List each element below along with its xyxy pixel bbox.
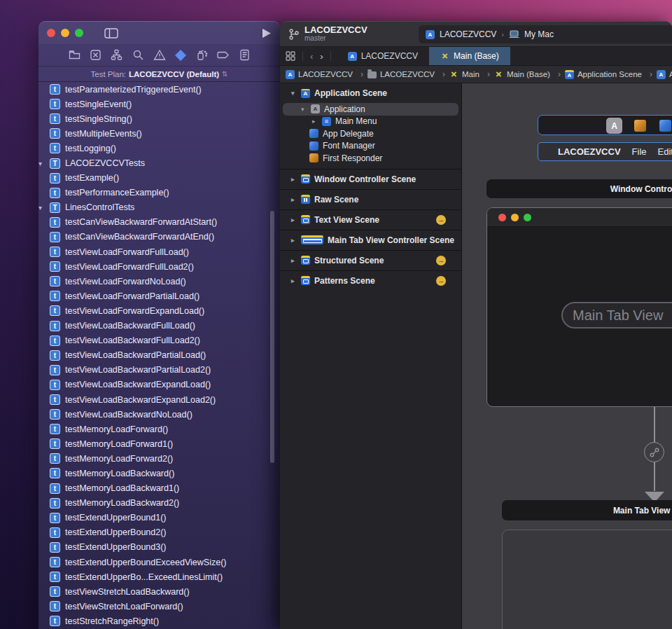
- outline-row[interactable]: ▸ Patterns Scene →: [280, 270, 461, 291]
- scheme-selector[interactable]: LACOEZVCCV › My Mac: [419, 25, 672, 43]
- segue-icon[interactable]: [644, 442, 664, 462]
- disclosure-chevron-icon[interactable]: ▸: [312, 118, 322, 125]
- find-navigator-icon[interactable]: [132, 49, 144, 62]
- minimize-button[interactable]: [511, 214, 519, 221]
- test-row[interactable]: t testMemoryLoadForward(): [38, 422, 280, 436]
- test-row[interactable]: t testExtendUpperBoundExceedViewSize(): [38, 555, 280, 569]
- disclosure-chevron-icon[interactable]: ▸: [291, 277, 301, 284]
- test-row[interactable]: t testExtendUpperBound3(): [38, 540, 280, 555]
- debug-navigator-icon[interactable]: [195, 49, 208, 62]
- test-navigator-icon[interactable]: [174, 49, 187, 62]
- test-row[interactable]: t testViewLoadBackwardPartialLoad(): [38, 348, 280, 363]
- test-row[interactable]: t testSingleEvent(): [38, 97, 280, 111]
- main-menu-bar[interactable]: LACOEZVCCVFileEdit: [538, 142, 672, 161]
- test-row[interactable]: t testViewLoadForwardNoLoad(): [38, 274, 280, 289]
- project-navigator-icon[interactable]: [68, 49, 80, 62]
- view-controller-view[interactable]: Row: [502, 530, 672, 629]
- disclosure-chevron-icon[interactable]: ▸: [291, 257, 301, 264]
- tab-overview-icon[interactable]: [286, 51, 295, 61]
- test-row[interactable]: t testExample(): [38, 171, 280, 186]
- disclosure-chevron-icon[interactable]: ▾: [291, 90, 301, 97]
- close-button[interactable]: [47, 29, 55, 37]
- zoom-button[interactable]: [75, 29, 83, 37]
- outline-row[interactable]: ▸ Structured Scene →: [280, 250, 461, 270]
- test-row[interactable]: t testCanViewBackwardForwardAtStart(): [38, 215, 280, 230]
- disclosure-chevron-icon[interactable]: ▸: [291, 176, 301, 183]
- test-row[interactable]: t testViewLoadBackwardExpandLoad2(): [38, 392, 280, 407]
- back-button[interactable]: ‹: [310, 51, 313, 62]
- test-plan-selector[interactable]: Test Plan: LACOEZVCCV (Default) ⇅: [38, 67, 280, 82]
- test-row[interactable]: t testExtendUpperBound2(): [38, 525, 280, 540]
- test-row[interactable]: t testPerformanceExample(): [38, 186, 280, 200]
- test-row[interactable]: t testViewLoadBackwardNoLoad(): [38, 407, 280, 422]
- test-row[interactable]: t testViewLoadBackwardPartialLoad2(): [38, 363, 280, 378]
- minimize-button[interactable]: [61, 29, 69, 37]
- outline-row[interactable]: ▾ A Application Scene: [280, 83, 461, 103]
- test-row[interactable]: t testLogging(): [38, 141, 280, 155]
- first-responder-cube-icon[interactable]: [634, 120, 646, 132]
- test-row[interactable]: t testViewLoadBackwardExpandLoad(): [38, 378, 280, 392]
- test-row[interactable]: t testViewStretchLoadBackward(): [38, 584, 280, 599]
- breadcrumb[interactable]: Main ›: [449, 69, 494, 79]
- test-row[interactable]: ▾ T LinesControlTests: [38, 200, 280, 215]
- test-row[interactable]: t testCanViewBackwardForwardAtEnd(): [38, 230, 280, 244]
- symbol-navigator-icon[interactable]: [111, 49, 123, 62]
- breakpoint-navigator-icon[interactable]: [217, 49, 230, 62]
- forward-button[interactable]: ›: [320, 51, 323, 62]
- outline-row[interactable]: Font Manager: [280, 140, 461, 153]
- breadcrumb[interactable]: LACOEZVCCV ›: [286, 69, 368, 79]
- outline-row[interactable]: ▸ Main Tab View Controller Scene: [280, 230, 461, 250]
- test-row[interactable]: t testMemoryLoadForward2(): [38, 451, 280, 466]
- editor-tab[interactable]: Main (Base): [429, 47, 510, 65]
- disclosure-chevron-icon[interactable]: ▸: [291, 216, 301, 223]
- outline-row[interactable]: ▸ ≡ Main Menu: [280, 116, 461, 128]
- test-row[interactable]: t testMemoryLoadBackward(): [38, 466, 280, 481]
- test-row[interactable]: t testViewLoadForwardFullLoad(): [38, 244, 280, 259]
- test-row[interactable]: t testExtendUpperBo...ExceedLinesLimit(): [38, 569, 280, 584]
- test-row[interactable]: t testSingleString(): [38, 111, 280, 126]
- test-row[interactable]: t testViewLoadForwardPartialLoad(): [38, 289, 280, 303]
- window-controller-bar[interactable]: Window Controller: [486, 179, 672, 198]
- disclosure-chevron-icon[interactable]: ▾: [301, 106, 311, 113]
- test-row[interactable]: t testMemoryLoadForward1(): [38, 436, 280, 451]
- outline-row[interactable]: First Responder: [280, 152, 461, 165]
- test-row[interactable]: ▾ T LACOEZVCCVTests: [38, 155, 280, 170]
- outline-row[interactable]: ▸ Text View Scene →: [280, 209, 461, 230]
- warning-badge[interactable]: →: [436, 215, 446, 225]
- outline-row[interactable]: App Delegate: [280, 127, 461, 140]
- test-row[interactable]: t testExtendUpperBound1(): [38, 511, 280, 525]
- breadcrumb[interactable]: Application: [657, 70, 672, 79]
- app-delegate-cube-icon[interactable]: [659, 120, 671, 132]
- scrollbar-thumb[interactable]: [270, 211, 274, 463]
- disclosure-chevron-icon[interactable]: ▸: [291, 196, 301, 203]
- run-tests-button[interactable]: [262, 28, 272, 39]
- test-row[interactable]: t testViewStretchLoadForward(): [38, 599, 280, 614]
- breadcrumb[interactable]: Application Scene ›: [565, 69, 657, 79]
- sidebar-toggle-icon[interactable]: [104, 28, 118, 39]
- breadcrumb[interactable]: LACOEZVCCV ›: [368, 69, 449, 79]
- outline-row[interactable]: ▾ A Application: [283, 103, 458, 116]
- breadcrumb[interactable]: Main (Base) ›: [494, 69, 565, 79]
- test-row[interactable]: t testStretchRangeRight(): [38, 614, 280, 628]
- storyboard-canvas[interactable]: A LACOEZVCCVFileEdit Window Controller M…: [462, 83, 672, 629]
- test-row[interactable]: t testViewLoadBackwardFullLoad(): [38, 319, 280, 333]
- menu-item[interactable]: LACOEZVCCV: [558, 146, 621, 157]
- test-row[interactable]: t testViewLoadForwardFullLoad2(): [38, 259, 280, 274]
- warning-badge[interactable]: →: [436, 256, 446, 265]
- test-row[interactable]: t testMemoryLoadBackward1(): [38, 481, 280, 496]
- close-button[interactable]: [498, 214, 506, 221]
- report-navigator-icon[interactable]: [238, 49, 251, 62]
- main-tab-view-placeholder[interactable]: Main Tab View: [561, 302, 672, 329]
- menu-item[interactable]: Edit: [658, 146, 672, 157]
- editor-tab[interactable]: LACOEZVCCV: [337, 47, 429, 65]
- zoom-button[interactable]: [524, 214, 531, 221]
- outline-row[interactable]: ▸ Raw Scene: [280, 189, 461, 209]
- application-scene-dock[interactable]: A: [538, 115, 672, 135]
- disclosure-chevron-icon[interactable]: ▾: [38, 160, 50, 167]
- outline-row[interactable]: ▸ Window Controller Scene: [280, 169, 461, 189]
- menu-item[interactable]: File: [632, 146, 647, 157]
- test-row[interactable]: t testMultipleEvents(): [38, 126, 280, 141]
- application-object-icon[interactable]: A: [606, 118, 622, 134]
- disclosure-chevron-icon[interactable]: ▾: [38, 204, 50, 212]
- issue-navigator-icon[interactable]: [153, 49, 166, 62]
